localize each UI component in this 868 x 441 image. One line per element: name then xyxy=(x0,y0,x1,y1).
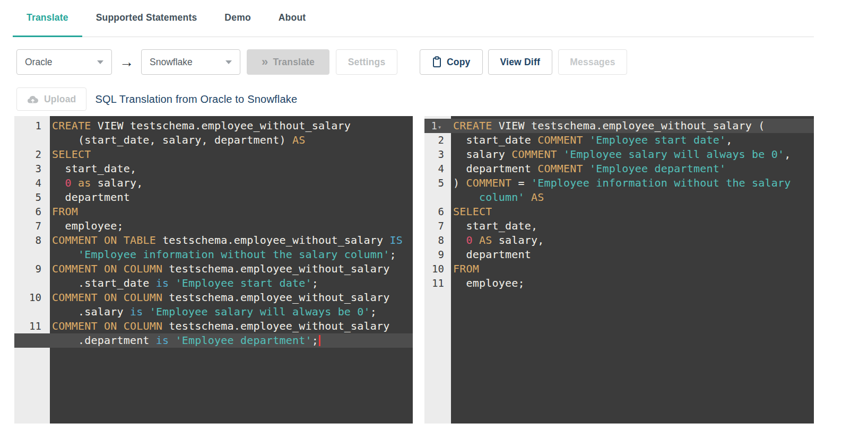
code-token xyxy=(557,148,563,161)
code-line[interactable]: 5) COMMENT = 'Employee information witho… xyxy=(424,176,814,190)
code-line[interactable]: 4 department COMMENT 'Employee departmen… xyxy=(424,162,814,176)
clipboard-icon xyxy=(432,56,442,68)
code-token: ON xyxy=(104,234,117,246)
code-token xyxy=(453,234,466,246)
code-token xyxy=(169,334,175,347)
line-number xyxy=(424,190,451,205)
line-number: 7 xyxy=(14,219,50,233)
code-token: ; xyxy=(370,305,377,318)
line-number: 9 xyxy=(424,248,451,262)
code-line[interactable]: 1CREATE VIEW testschema.employee_without… xyxy=(14,119,413,133)
line-number: 10 xyxy=(424,262,451,276)
code-token xyxy=(117,262,123,275)
target-dialect-value: Snowflake xyxy=(150,57,193,68)
tab-translate[interactable]: Translate xyxy=(13,0,82,37)
code-line[interactable]: .salary is 'Employee salary will always … xyxy=(14,305,413,319)
line-number: 1 xyxy=(14,119,50,133)
code-text: start_date, xyxy=(451,219,537,233)
code-token: .salary xyxy=(52,305,130,318)
code-line[interactable]: 5 department xyxy=(14,190,413,205)
code-line[interactable]: 6FROM xyxy=(14,205,413,219)
target-code-rows: 1▾CREATE VIEW testschema.employee_withou… xyxy=(424,116,814,290)
code-line[interactable]: 4 0 as salary, xyxy=(14,176,413,190)
code-token: .start_date xyxy=(52,277,156,289)
tab-about[interactable]: About xyxy=(265,0,320,37)
code-token xyxy=(583,162,589,175)
code-line[interactable]: 2 start_date COMMENT 'Employee start dat… xyxy=(424,133,814,147)
tab-supported-statements[interactable]: Supported Statements xyxy=(82,0,211,37)
code-line[interactable]: 8 0 AS salary, xyxy=(424,233,814,248)
line-number: 8 xyxy=(424,233,451,248)
code-line[interactable]: 11COMMENT ON COLUMN testschema.employee_… xyxy=(14,319,413,333)
messages-button[interactable]: Messages xyxy=(558,49,627,75)
code-text: .start_date is 'Employee start date'; xyxy=(50,276,318,290)
code-token: AS xyxy=(479,234,492,246)
code-token: employee; xyxy=(52,219,124,232)
target-dialect-select[interactable]: Snowflake xyxy=(141,49,240,75)
tab-demo[interactable]: Demo xyxy=(211,0,264,37)
view-diff-button[interactable]: View Diff xyxy=(488,49,552,75)
code-token: COMMENT xyxy=(537,134,583,146)
code-text: SELECT xyxy=(451,205,492,219)
code-token: IS xyxy=(390,234,403,246)
code-token: salary xyxy=(453,148,511,161)
code-line[interactable]: 10COMMENT ON COLUMN testschema.employee_… xyxy=(14,290,413,305)
code-text: employee; xyxy=(50,219,124,233)
code-text: start_date, xyxy=(50,162,136,176)
code-token: 'Employee department' xyxy=(176,334,312,347)
code-text: FROM xyxy=(451,262,479,276)
code-token: is xyxy=(156,334,169,347)
code-line[interactable]: 11 employee; xyxy=(424,276,814,290)
code-text: 0 as salary, xyxy=(50,176,143,190)
code-line[interactable]: 3 start_date, xyxy=(14,162,413,176)
line-number: 6 xyxy=(424,205,451,219)
target-editor[interactable]: 1▾CREATE VIEW testschema.employee_withou… xyxy=(424,116,814,424)
translate-button[interactable]: » Translate xyxy=(247,49,329,75)
code-line[interactable]: .department is 'Employee department'; xyxy=(14,333,413,348)
code-line[interactable]: 2SELECT xyxy=(14,147,413,162)
line-number: 5 xyxy=(424,176,451,190)
code-token: .department xyxy=(52,334,156,347)
code-token: testschema.employee_without_salary xyxy=(162,291,389,304)
line-number: 4 xyxy=(14,176,50,190)
code-line[interactable]: 7 start_date, xyxy=(424,219,814,233)
editor-split: 1CREATE VIEW testschema.employee_without… xyxy=(14,116,868,424)
code-token: VIEW testschema.employee_without_salary xyxy=(91,119,351,132)
code-line[interactable]: 10FROM xyxy=(424,262,814,276)
code-token: (start_date, salary, department) xyxy=(52,134,292,146)
code-text: FROM xyxy=(50,205,78,219)
code-line[interactable]: 9 department xyxy=(424,248,814,262)
source-editor[interactable]: 1CREATE VIEW testschema.employee_without… xyxy=(14,116,413,424)
line-number xyxy=(14,333,50,348)
line-number xyxy=(14,276,50,290)
code-line[interactable]: 1▾CREATE VIEW testschema.employee_withou… xyxy=(424,119,814,133)
upload-button[interactable]: Upload xyxy=(16,87,86,111)
code-token: ; xyxy=(312,334,318,347)
line-number: 7 xyxy=(424,219,451,233)
code-text: COMMENT ON COLUMN testschema.employee_wi… xyxy=(50,319,390,333)
code-line[interactable]: column' AS xyxy=(424,190,814,205)
line-number: 11 xyxy=(424,276,451,290)
code-line[interactable]: (start_date, salary, department) AS xyxy=(14,133,413,147)
code-token xyxy=(98,291,104,304)
code-line[interactable]: 'Employee information without the salary… xyxy=(14,248,413,262)
code-token xyxy=(117,234,123,246)
code-line[interactable]: .start_date is 'Employee start date'; xyxy=(14,276,413,290)
code-token xyxy=(98,320,104,332)
settings-button[interactable]: Settings xyxy=(336,49,397,75)
code-token: COMMENT xyxy=(511,148,557,161)
copy-button[interactable]: Copy xyxy=(420,49,483,75)
code-token xyxy=(117,291,123,304)
subheader: Upload SQL Translation from Oracle to Sn… xyxy=(16,87,868,111)
line-number: 6 xyxy=(14,205,50,219)
code-line[interactable]: 3 salary COMMENT 'Employee salary will a… xyxy=(424,147,814,162)
arrow-right-icon: → xyxy=(119,54,134,70)
code-line[interactable]: 8COMMENT ON TABLE testschema.employee_wi… xyxy=(14,233,413,248)
fold-arrow-icon[interactable]: ▾ xyxy=(438,120,444,135)
code-line[interactable]: 7 employee; xyxy=(14,219,413,233)
toolbar: Oracle → Snowflake » Translate Settings … xyxy=(16,49,868,75)
code-line[interactable]: 6SELECT xyxy=(424,205,814,219)
source-dialect-select[interactable]: Oracle xyxy=(16,49,112,75)
code-line[interactable]: 9COMMENT ON COLUMN testschema.employee_w… xyxy=(14,262,413,276)
line-number: 3 xyxy=(424,147,451,162)
